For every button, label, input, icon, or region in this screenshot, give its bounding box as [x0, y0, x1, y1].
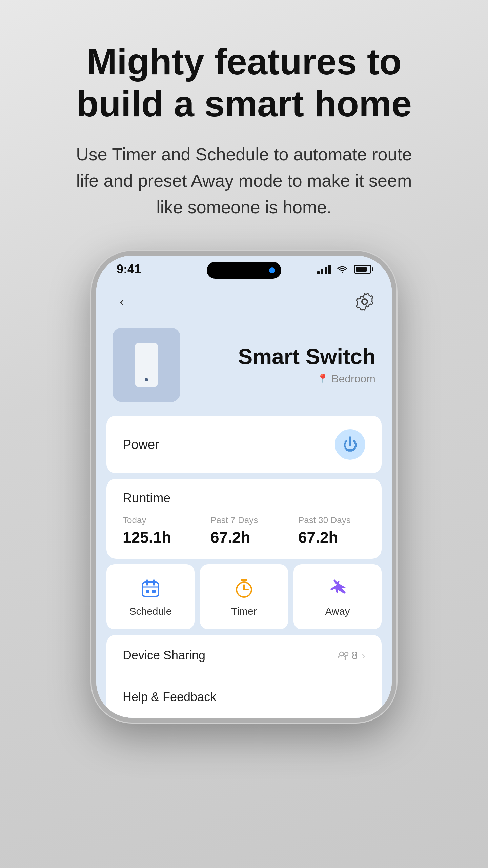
settings-icon — [355, 292, 374, 311]
camera-dot — [269, 267, 275, 273]
signal-bar-4 — [328, 265, 331, 274]
chevron-right-icon: › — [362, 649, 365, 662]
svg-point-9 — [345, 652, 348, 656]
runtime-title: Runtime — [123, 491, 365, 506]
svg-rect-4 — [146, 590, 149, 593]
status-time: 9:41 — [117, 262, 141, 276]
location-pin-icon: 📍 — [317, 373, 329, 384]
away-button[interactable]: Away — [293, 564, 382, 629]
list-card: Device Sharing 8 — [106, 635, 382, 718]
help-feedback-item[interactable]: Help & Feedback — [106, 676, 382, 718]
power-card: Power ⏻ — [106, 416, 382, 473]
back-button[interactable]: ‹ — [113, 292, 131, 311]
battery-icon — [354, 265, 371, 274]
device-hero: Smart Switch 📍 Bedroom — [96, 321, 392, 416]
back-chevron-icon: ‹ — [120, 295, 124, 309]
cards-container: Power ⏻ Runtime Today 125.1h Past 7 — [96, 416, 392, 718]
settings-button[interactable] — [354, 291, 375, 313]
runtime-stat-today: Today 125.1h — [123, 515, 200, 547]
wifi-icon — [336, 265, 348, 274]
status-bar: 9:41 — [96, 256, 392, 283]
away-icon — [326, 576, 349, 600]
dynamic-island — [207, 262, 281, 279]
hero-subtitle: Use Timer and Schedule to automate route… — [66, 141, 422, 220]
status-icons — [317, 264, 371, 274]
runtime-stats: Today 125.1h Past 7 Days 67.2h Past 30 D… — [123, 515, 365, 547]
switch-dot — [145, 378, 148, 381]
switch-visual — [135, 343, 158, 387]
device-sharing-right: 8 › — [338, 649, 365, 662]
device-sharing-item[interactable]: Device Sharing 8 — [106, 635, 382, 676]
features-card: Schedule Timer — [106, 564, 382, 629]
device-info: Smart Switch 📍 Bedroom — [194, 345, 375, 385]
runtime-stat-30days: Past 30 Days 67.2h — [298, 515, 365, 547]
stat-value-today: 125.1h — [123, 528, 190, 547]
timer-label: Timer — [231, 606, 257, 617]
stat-label-today: Today — [123, 515, 190, 526]
schedule-label: Schedule — [129, 606, 171, 617]
svg-rect-0 — [142, 582, 159, 596]
power-button[interactable]: ⏻ — [335, 429, 365, 460]
sharing-count: 8 — [338, 649, 358, 662]
battery-fill — [356, 267, 367, 272]
signal-bar-1 — [317, 271, 320, 274]
timer-icon — [232, 576, 256, 600]
stat-label-30days: Past 30 Days — [298, 515, 365, 526]
signal-bar-3 — [325, 267, 327, 274]
power-label: Power — [123, 437, 159, 452]
runtime-card: Runtime Today 125.1h Past 7 Days 67.2h P… — [106, 479, 382, 559]
svg-rect-5 — [152, 590, 156, 593]
phone-mockup: 9:41 — [92, 251, 396, 723]
stat-label-7days: Past 7 Days — [210, 515, 278, 526]
runtime-stat-7days: Past 7 Days 67.2h — [210, 515, 288, 547]
signal-bar-2 — [321, 269, 323, 274]
schedule-icon — [139, 576, 162, 600]
power-icon: ⏻ — [343, 437, 358, 452]
signal-icon — [317, 264, 331, 274]
people-icon — [338, 651, 349, 660]
timer-button[interactable]: Timer — [200, 564, 288, 629]
device-sharing-label: Device Sharing — [123, 648, 205, 663]
device-location: 📍 Bedroom — [194, 373, 375, 385]
away-label: Away — [325, 606, 350, 617]
schedule-button[interactable]: Schedule — [106, 564, 195, 629]
hero-title: Mighty features to build a smart home — [58, 41, 430, 125]
help-feedback-label: Help & Feedback — [123, 690, 216, 704]
device-image — [113, 328, 180, 402]
stat-value-7days: 67.2h — [210, 528, 278, 547]
top-nav: ‹ — [96, 283, 392, 321]
phone-content: ‹ Smart Switch — [96, 283, 392, 718]
stat-value-30days: 67.2h — [298, 528, 365, 547]
page-wrapper: Mighty features to build a smart home Us… — [0, 0, 488, 868]
location-text: Bedroom — [331, 373, 375, 385]
sharing-count-number: 8 — [352, 649, 358, 662]
device-name: Smart Switch — [194, 345, 375, 369]
